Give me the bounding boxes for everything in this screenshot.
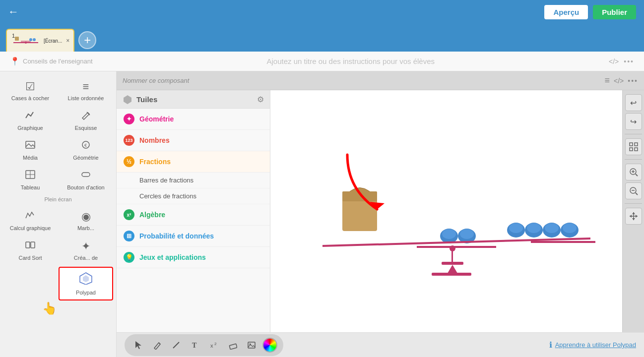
nombres-cat-label: Nombres [139, 136, 170, 144]
svg-rect-43 [635, 143, 638, 146]
fractions-dot: ½ [124, 156, 134, 167]
jeux-dot: 💡 [124, 252, 134, 263]
svg-marker-59 [135, 341, 141, 349]
tile-category-nombres[interactable]: 123 Nombres [117, 130, 270, 151]
text-icon: T [191, 341, 199, 350]
sidebar-item-calcul[interactable]: Calcul graphique [3, 206, 58, 235]
tile-sub-cercles[interactable]: Cercles de fractions [117, 188, 270, 204]
sidebar-item-tableau[interactable]: Tableau [3, 166, 58, 194]
select-tool-button[interactable] [130, 337, 146, 353]
power-tool-button[interactable]: x 2 [206, 337, 222, 353]
tableau-icon [25, 170, 36, 182]
tab-add-button[interactable]: + [78, 31, 96, 49]
grid-button[interactable] [625, 138, 642, 155]
sidebar-item-media[interactable]: Média [3, 136, 58, 165]
redo-button[interactable]: ↪ [625, 113, 642, 130]
tile-category-algebre[interactable]: x² Algèbre [117, 204, 270, 226]
tab-title: [Écran... [44, 38, 62, 44]
svg-line-52 [636, 193, 638, 195]
zoom-out-button[interactable] [625, 182, 642, 199]
move-button[interactable] [625, 208, 642, 225]
line-tool-button[interactable] [168, 337, 184, 353]
pencil-icon [153, 341, 162, 350]
zoom-in-button[interactable] [625, 164, 642, 180]
esquisse-icon [80, 110, 91, 123]
algebre-cat-label: Algèbre [139, 211, 165, 219]
tile-category-jeux[interactable]: 💡 Jeux et applications [117, 247, 270, 268]
tile-category-proba[interactable]: ⊞ Probabilité et données [117, 226, 270, 247]
svg-line-49 [636, 174, 638, 176]
liste-icon: ≡ [83, 80, 89, 93]
proba-cat-label: Probabilité et données [139, 232, 214, 240]
calcul-label: Calcul graphique [10, 225, 51, 231]
proba-dot: ⊞ [124, 231, 134, 241]
menu-icon[interactable]: ≡ [605, 75, 610, 86]
hand-cursor-icon: 👆 [42, 301, 57, 315]
component-header: Nommer ce composant ≡ </> ••• [117, 71, 644, 90]
eraser-tool-button[interactable] [225, 337, 241, 353]
svg-rect-34 [417, 246, 496, 248]
sidebar-item-esquisse[interactable]: Esquisse [59, 106, 113, 135]
component-body: Tuiles ⚙ ✦ Géométrie 123 Nombres [117, 90, 644, 332]
sidebar-item-polypad[interactable]: Polypad [59, 267, 113, 300]
undo-button[interactable]: ↩ [625, 94, 642, 111]
color-picker-button[interactable] [262, 338, 277, 353]
right-tools: ↩ ↪ [622, 90, 644, 332]
tab-1[interactable]: 1 [Écran... × [6, 29, 74, 52]
sidebar-item-cases[interactable]: ☑ Cases à cocher [3, 76, 58, 105]
sidebar-item-cardsort[interactable]: Card Sort [3, 236, 58, 265]
dots-icon-instruction[interactable]: ••• [624, 58, 634, 65]
sidebar-item-crea[interactable]: ✦ Créa... de [59, 236, 113, 265]
code-icon-component[interactable]: </> [614, 77, 624, 85]
tiles-icon [123, 94, 132, 104]
top-bar: ← Aperçu Publier [0, 0, 644, 24]
dots-icon-component[interactable]: ••• [628, 77, 638, 85]
sidebar-section-1: ☑ Cases à cocher ≡ Liste ordonnée Graphi… [0, 75, 116, 195]
svg-point-30 [545, 223, 559, 233]
svg-point-40 [450, 245, 455, 251]
svg-marker-56 [632, 218, 635, 220]
tab-close-button[interactable]: × [66, 37, 69, 44]
sidebar-item-geometrie[interactable]: € Géométrie [59, 136, 113, 165]
svg-marker-55 [632, 212, 635, 214]
crea-icon: ✦ [81, 240, 90, 253]
sidebar-item-liste[interactable]: ≡ Liste ordonnée [59, 76, 113, 105]
plein-ecran-label[interactable]: Plein écran [0, 195, 116, 205]
line-icon [172, 341, 181, 350]
cases-icon: ☑ [25, 80, 35, 93]
sidebar-item-bouton[interactable]: Bouton d'action [59, 166, 113, 194]
svg-rect-13 [82, 173, 90, 177]
tiles-list: ✦ Géométrie 123 Nombres ½ Fractions Barr… [117, 109, 270, 332]
conseils-label[interactable]: Conseils de l'enseignant [23, 58, 93, 65]
geometrie-cat-label: Géométrie [139, 115, 174, 123]
cases-label: Cases à cocher [11, 95, 49, 101]
text-tool-button[interactable]: T [187, 337, 203, 353]
code-icon-instruction[interactable]: </> [609, 58, 619, 65]
graphique-icon [25, 110, 36, 123]
publier-button[interactable]: Publier [593, 5, 636, 19]
tile-category-geometrie[interactable]: ✦ Géométrie [117, 109, 270, 130]
canvas-area [270, 90, 622, 332]
svg-rect-15 [31, 242, 35, 248]
instruction-placeholder[interactable]: Ajoutez un titre ou des instructions pou… [267, 57, 435, 65]
svg-line-60 [159, 343, 160, 344]
component-name-input[interactable]: Nommer ce composant [123, 77, 601, 84]
cardsort-label: Card Sort [18, 255, 42, 261]
pencil-tool-button[interactable] [149, 337, 165, 353]
back-button[interactable]: ← [8, 5, 19, 18]
tile-category-fractions[interactable]: ½ Fractions [117, 151, 270, 173]
learn-link[interactable]: Apprendre à utiliser Polypad [555, 341, 636, 349]
apercu-button[interactable]: Aperçu [544, 5, 588, 19]
tiles-gear-button[interactable]: ⚙ [257, 95, 264, 104]
image-tool-button[interactable] [244, 337, 259, 353]
svg-rect-65 [229, 344, 237, 349]
svg-rect-45 [635, 148, 638, 151]
sidebar-item-marb[interactable]: ◉ Marb... [59, 206, 113, 235]
cursor-area: 👆 [0, 301, 116, 316]
tool-separator-3 [625, 203, 642, 204]
media-icon [25, 140, 36, 153]
tile-sub-barres[interactable]: Barres de fractions [117, 173, 270, 188]
sidebar-item-graphique[interactable]: Graphique [3, 106, 58, 135]
sidebar-section-2: Calcul graphique ◉ Marb... Card Sort ✦ C… [0, 205, 116, 266]
svg-rect-66 [248, 342, 255, 348]
